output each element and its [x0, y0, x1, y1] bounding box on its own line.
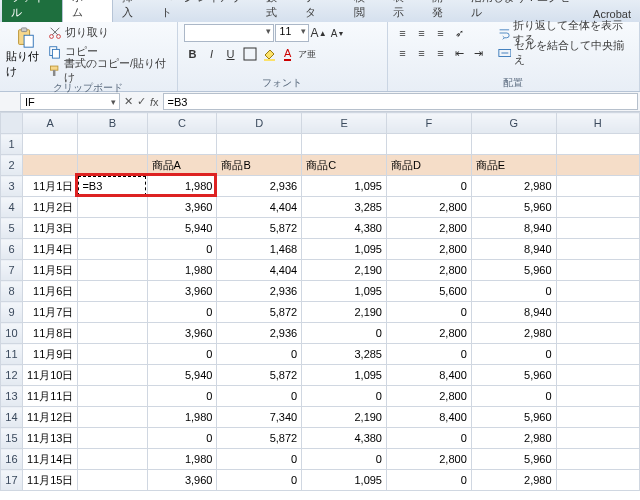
- tab-formulas[interactable]: 数式: [257, 0, 296, 22]
- col-header-E[interactable]: E: [302, 113, 387, 134]
- cell[interactable]: 11月12日: [22, 407, 77, 428]
- cell[interactable]: [78, 407, 147, 428]
- cell[interactable]: 5,960: [471, 449, 556, 470]
- cell[interactable]: 2,190: [302, 302, 387, 323]
- cell[interactable]: 1,980: [147, 449, 217, 470]
- cell[interactable]: 11月7日: [22, 302, 77, 323]
- row-header[interactable]: 4: [1, 197, 23, 218]
- cell[interactable]: [78, 281, 147, 302]
- cell[interactable]: 11月3日: [22, 218, 77, 239]
- row-header[interactable]: 2: [1, 155, 23, 176]
- align-right-button[interactable]: ≡: [432, 44, 450, 62]
- cell[interactable]: 3,285: [302, 344, 387, 365]
- format-painter-button[interactable]: 書式のコピー/貼り付け: [48, 62, 171, 80]
- cell[interactable]: 5,872: [217, 428, 302, 449]
- bold-button[interactable]: B: [184, 45, 202, 63]
- row-header[interactable]: 13: [1, 386, 23, 407]
- cell[interactable]: 2,800: [386, 449, 471, 470]
- cell[interactable]: 3,960: [147, 281, 217, 302]
- row-header[interactable]: 9: [1, 302, 23, 323]
- cell[interactable]: 1,980: [147, 260, 217, 281]
- col-header-H[interactable]: H: [556, 113, 639, 134]
- cell[interactable]: 2,800: [386, 260, 471, 281]
- cell[interactable]: 11月4日: [22, 239, 77, 260]
- cell[interactable]: 0: [147, 239, 217, 260]
- font-size-select[interactable]: 11: [275, 24, 309, 42]
- cell[interactable]: 0: [386, 428, 471, 449]
- cell[interactable]: [78, 386, 147, 407]
- cell[interactable]: [78, 260, 147, 281]
- cell[interactable]: [22, 134, 77, 155]
- worksheet-grid[interactable]: ABCDEFGH12商品A商品B商品C商品D商品E311月1日=B31,9802…: [0, 112, 640, 491]
- increase-indent-button[interactable]: ⇥: [470, 44, 488, 62]
- cell[interactable]: [78, 470, 147, 491]
- cell[interactable]: 4,380: [302, 428, 387, 449]
- fill-color-button[interactable]: [260, 45, 278, 63]
- cell[interactable]: [78, 428, 147, 449]
- cell[interactable]: 5,940: [147, 365, 217, 386]
- cell[interactable]: 2,980: [471, 470, 556, 491]
- cell[interactable]: 5,960: [471, 407, 556, 428]
- cell[interactable]: 1,095: [302, 281, 387, 302]
- cell[interactable]: 5,960: [471, 197, 556, 218]
- cell[interactable]: 2,936: [217, 176, 302, 197]
- cell[interactable]: 5,960: [471, 260, 556, 281]
- increase-font-button[interactable]: A▲: [310, 24, 328, 42]
- cell[interactable]: [556, 407, 639, 428]
- row-header[interactable]: 6: [1, 239, 23, 260]
- cut-button[interactable]: 切り取り: [48, 24, 171, 42]
- col-header-D[interactable]: D: [217, 113, 302, 134]
- cell[interactable]: 0: [302, 323, 387, 344]
- row-header[interactable]: 17: [1, 470, 23, 491]
- tab-developer[interactable]: 開発: [423, 0, 462, 22]
- col-header-C[interactable]: C: [147, 113, 217, 134]
- cell[interactable]: 0: [217, 470, 302, 491]
- cell[interactable]: 2,190: [302, 407, 387, 428]
- tab-home[interactable]: ホーム: [62, 0, 113, 22]
- cell[interactable]: [147, 134, 217, 155]
- cell[interactable]: 8,400: [386, 365, 471, 386]
- decrease-font-button[interactable]: A▼: [329, 24, 347, 42]
- cell[interactable]: [556, 176, 639, 197]
- cell[interactable]: 11月9日: [22, 344, 77, 365]
- cell[interactable]: 2,800: [386, 197, 471, 218]
- col-header-B[interactable]: B: [78, 113, 147, 134]
- cell[interactable]: 0: [147, 302, 217, 323]
- cell[interactable]: 0: [147, 344, 217, 365]
- tab-view[interactable]: 表示: [384, 0, 423, 22]
- cell[interactable]: [78, 218, 147, 239]
- col-header-F[interactable]: F: [386, 113, 471, 134]
- cancel-formula-button[interactable]: ✕: [124, 95, 133, 108]
- underline-button[interactable]: U: [222, 45, 240, 63]
- cell[interactable]: 商品D: [386, 155, 471, 176]
- cell[interactable]: [22, 155, 77, 176]
- cell[interactable]: 2,800: [386, 323, 471, 344]
- merge-center-button[interactable]: セルを結合して中央揃え: [498, 44, 633, 62]
- cell[interactable]: 0: [471, 386, 556, 407]
- row-header[interactable]: 5: [1, 218, 23, 239]
- cell[interactable]: [556, 134, 639, 155]
- row-header[interactable]: 1: [1, 134, 23, 155]
- align-left-button[interactable]: ≡: [394, 44, 412, 62]
- cell[interactable]: 11月1日: [22, 176, 77, 197]
- enter-formula-button[interactable]: ✓: [137, 95, 146, 108]
- cell[interactable]: 2,980: [471, 176, 556, 197]
- cell[interactable]: 1,980: [147, 407, 217, 428]
- cell[interactable]: 0: [217, 449, 302, 470]
- cell[interactable]: 商品B: [217, 155, 302, 176]
- cell[interactable]: [556, 470, 639, 491]
- cell[interactable]: [78, 365, 147, 386]
- cell[interactable]: [556, 386, 639, 407]
- cell[interactable]: [217, 134, 302, 155]
- cell[interactable]: 商品C: [302, 155, 387, 176]
- row-header[interactable]: 14: [1, 407, 23, 428]
- cell[interactable]: [556, 260, 639, 281]
- active-cell-editing[interactable]: =B3: [78, 176, 147, 197]
- cell[interactable]: 0: [386, 470, 471, 491]
- cell[interactable]: 商品E: [471, 155, 556, 176]
- cell[interactable]: 0: [386, 302, 471, 323]
- cell[interactable]: 5,600: [386, 281, 471, 302]
- cell[interactable]: 4,404: [217, 197, 302, 218]
- select-all-corner[interactable]: [1, 113, 23, 134]
- align-bottom-button[interactable]: ≡: [432, 24, 450, 42]
